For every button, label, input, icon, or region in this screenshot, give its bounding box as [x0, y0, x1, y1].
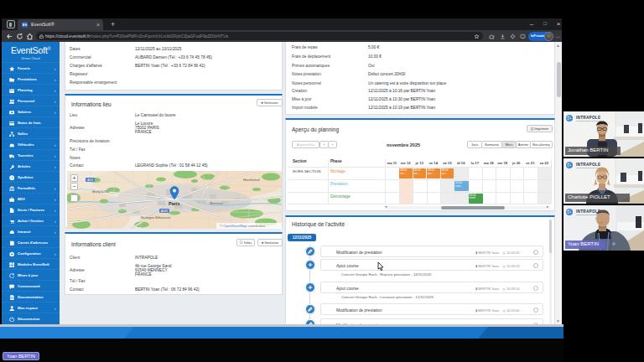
svg-text:A431: A431	[161, 209, 168, 213]
svg-text:Montfermeil: Montfermeil	[243, 178, 260, 182]
svg-text:A13: A13	[87, 178, 92, 182]
svg-text:Montreuil: Montreuil	[210, 202, 223, 205]
svg-text:Paris: Paris	[169, 201, 179, 206]
svg-text:Marly-le-Roi: Marly-le-Roi	[92, 190, 110, 194]
svg-text:© OpenStreetMap contributors: © OpenStreetMap contributors	[220, 224, 265, 228]
svg-text:Boulogne-Billancourt: Boulogne-Billancourt	[141, 216, 171, 220]
